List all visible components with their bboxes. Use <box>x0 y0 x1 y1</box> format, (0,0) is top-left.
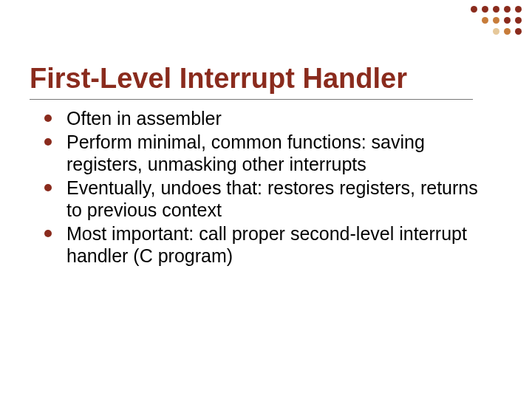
deco-dot <box>504 6 511 13</box>
deco-dot <box>515 17 522 24</box>
bullet-text: Often in assembler <box>66 107 222 129</box>
deco-dot <box>515 28 522 35</box>
bullet-icon <box>44 184 52 191</box>
deco-dot <box>515 6 522 13</box>
list-item: Perform minimal, common functions: savin… <box>44 131 488 175</box>
deco-dot <box>493 28 499 35</box>
deco-dot <box>504 28 511 35</box>
bullet-text: Perform minimal, common functions: savin… <box>66 131 488 175</box>
bullet-text: Eventually, undoes that: restores regist… <box>66 177 488 221</box>
deco-dot <box>482 6 488 13</box>
list-item: Most important: call proper second-level… <box>44 222 488 267</box>
deco-dot <box>482 17 488 24</box>
corner-decoration <box>471 6 522 39</box>
list-item: Often in assembler <box>44 107 488 129</box>
deco-dot <box>493 6 499 13</box>
bullet-icon <box>44 115 52 122</box>
slide-body: Often in assembler Perform minimal, comm… <box>44 107 488 268</box>
slide-title: First-Level Interrupt Handler <box>30 63 473 100</box>
deco-dot <box>504 17 511 24</box>
deco-dot <box>471 6 477 13</box>
deco-dot <box>493 17 499 24</box>
bullet-icon <box>44 138 52 146</box>
bullet-text: Most important: call proper second-level… <box>66 222 488 267</box>
bullet-icon <box>44 230 52 237</box>
list-item: Eventually, undoes that: restores regist… <box>44 177 488 221</box>
